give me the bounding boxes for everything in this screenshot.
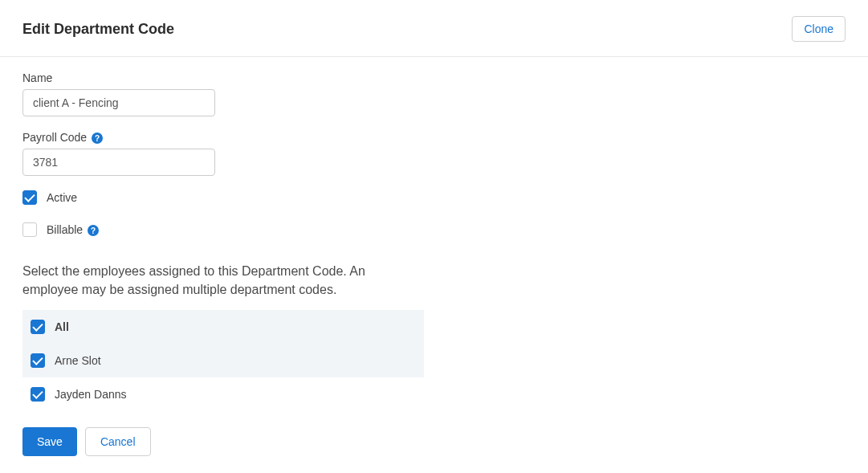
help-icon[interactable]: ? (92, 133, 103, 144)
save-button[interactable]: Save (22, 427, 77, 456)
payroll-code-label-text: Payroll Code (22, 131, 87, 144)
page-title: Edit Department Code (22, 21, 174, 38)
employee-list: All Arne Slot Jayden Danns (22, 310, 424, 411)
all-label: All (55, 320, 69, 333)
employee-name: Arne Slot (55, 354, 101, 367)
active-checkbox[interactable] (22, 190, 37, 205)
all-checkbox[interactable] (31, 320, 45, 334)
employee-row: Jayden Danns (22, 377, 424, 411)
help-icon[interactable]: ? (88, 225, 99, 236)
active-label: Active (47, 191, 77, 204)
billable-label: Billable ? (47, 223, 99, 236)
payroll-code-label: Payroll Code ? (22, 131, 846, 144)
name-label: Name (22, 71, 846, 84)
employee-row: Arne Slot (22, 344, 424, 377)
billable-label-text: Billable (47, 223, 83, 236)
payroll-code-input[interactable] (22, 149, 215, 176)
employee-checkbox[interactable] (31, 353, 45, 368)
employee-checkbox[interactable] (31, 387, 45, 402)
employee-name: Jayden Danns (55, 388, 127, 401)
name-input[interactable] (22, 89, 215, 116)
billable-checkbox[interactable] (22, 222, 37, 237)
employees-section-text: Select the employees assigned to this De… (22, 263, 424, 299)
clone-button[interactable]: Clone (792, 16, 846, 42)
employee-all-row: All (22, 310, 424, 344)
cancel-button[interactable]: Cancel (85, 427, 151, 456)
